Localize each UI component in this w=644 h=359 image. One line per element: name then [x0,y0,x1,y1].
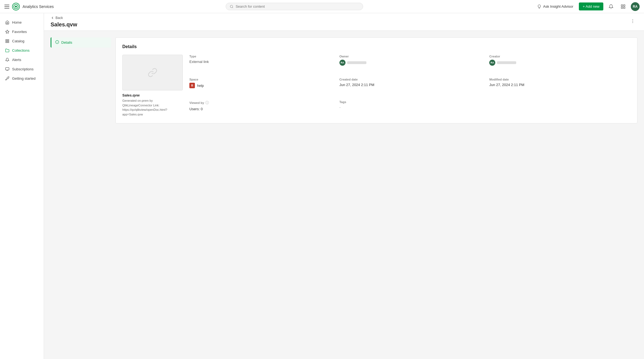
tags-value: - [339,105,481,109]
sidebar-getting-started-label: Getting started [12,76,35,81]
insight-advisor-button[interactable]: Ask Insight Advisor [535,3,576,10]
creator-row: RA [489,60,631,66]
sidebar-home-label: Home [12,20,22,24]
layout: Home Favorites Catalog [0,13,644,359]
modified-label: Modified date [489,78,631,81]
created-group: Created date Jun 27, 2024 2:11 PM [339,78,481,94]
sidebar-item-catalog[interactable]: Catalog [0,36,44,46]
back-label: Back [56,16,63,20]
svg-rect-12 [5,67,9,70]
owner-avatar: RA [339,60,346,66]
owner-group: Owner RA [339,55,481,71]
space-label: Space [189,78,331,81]
page-title: Sales.qvw [51,21,77,28]
svg-rect-6 [624,7,625,8]
user-avatar[interactable]: RA [631,2,640,11]
add-new-label: + Add new [583,4,599,9]
sidebar-item-home[interactable]: Home [0,18,44,27]
tab-details-label: Details [61,40,72,45]
notifications-icon[interactable] [607,2,615,11]
svg-marker-7 [5,30,9,33]
space-value: help [197,84,204,88]
catalog-icon [5,39,9,43]
type-value: External link [189,60,331,64]
main-content: Back Sales.qvw [44,13,644,359]
preview-card: Sales.qvw Generated on-prem by QlikLinea… [122,55,183,117]
topbar-right: Ask Insight Advisor + Add new RA [535,2,640,11]
back-arrow-icon [51,16,54,20]
owner-row: RA [339,60,481,66]
alerts-icon [5,57,9,62]
tab-details[interactable]: Details [51,37,111,48]
svg-rect-3 [621,5,623,6]
viewed-by-label: Viewed by [189,101,204,104]
subscriptions-icon [5,67,9,71]
created-value: Jun 27, 2024 2:11 PM [339,83,481,87]
svg-point-2 [230,5,233,7]
collections-icon [5,48,9,53]
svg-rect-4 [624,5,625,6]
details-content: Sales.qvw Generated on-prem by QlikLinea… [122,55,631,117]
tags-group: Tags - [339,100,481,117]
app-title: Analytics Services [23,4,54,9]
type-group: Type External link [189,55,331,71]
add-new-button[interactable]: + Add new [579,2,603,10]
content-area: Details Details Sales.qvw [44,31,644,130]
space-badge: R [189,83,195,88]
qlik-logo[interactable] [12,3,20,10]
svg-point-1 [15,5,17,7]
space-row: R help [189,83,331,88]
sidebar-alerts-label: Alerts [12,58,21,62]
type-label: Type [189,55,331,58]
home-icon [5,20,9,24]
sidebar-catalog-label: Catalog [12,39,24,43]
creator-name-placeholder [497,61,516,64]
owner-label: Owner [339,55,481,58]
svg-point-14 [632,21,633,21]
modified-group: Modified date Jun 27, 2024 2:11 PM [489,78,631,94]
more-options-button[interactable] [628,18,637,26]
page-header-row: Back Sales.qvw [51,16,637,28]
viewed-by-label-row: Viewed by ⓘ [189,100,331,105]
search-input[interactable] [236,4,359,9]
svg-point-13 [632,20,633,20]
sidebar-item-collections[interactable]: Collections [0,46,44,55]
search-bar[interactable] [226,3,363,10]
sidebar: Home Favorites Catalog [0,13,44,359]
qlik-q-icon [13,4,19,9]
sidebar-item-getting-started[interactable]: Getting started [0,74,44,83]
svg-point-15 [632,22,633,23]
back-link[interactable]: Back [51,16,77,20]
viewed-by-value: Users: 0 [189,107,331,111]
qlik-logo-mark [12,3,20,10]
preview-desc: Generated on-prem by QlikLineageConnecto… [122,98,183,117]
svg-rect-10 [5,41,7,42]
more-icon [630,19,635,24]
sidebar-item-favorites[interactable]: Favorites [0,27,44,36]
topbar: Analytics Services Ask Insight Advisor +… [0,0,644,13]
grid-icon [621,4,626,9]
apps-grid-icon[interactable] [619,2,628,11]
svg-rect-8 [5,39,7,40]
space-group: Space R help [189,78,331,94]
star-icon [5,29,9,34]
sidebar-collections-label: Collections [12,48,30,53]
preview-thumbnail [122,55,183,90]
topbar-left: Analytics Services [4,3,54,10]
preview-name: Sales.qvw [122,93,183,97]
creator-avatar: RA [489,60,495,66]
search-icon [230,5,233,9]
menu-icon[interactable] [4,4,9,9]
modified-value: Jun 27, 2024 2:11 PM [489,83,631,87]
insight-label: Ask Insight Advisor [543,4,573,9]
sidebar-item-alerts[interactable]: Alerts [0,55,44,64]
topbar-center [57,3,532,10]
sidebar-item-subscriptions[interactable]: Subscriptions [0,64,44,74]
viewed-by-group: Viewed by ⓘ Users: 0 [189,100,331,117]
info-circle-icon [55,40,59,44]
header-left: Back Sales.qvw [51,16,77,28]
rocket-icon [5,76,9,81]
page-header: Back Sales.qvw [44,13,644,31]
viewed-info-icon[interactable]: ⓘ [205,100,209,105]
bell-icon [609,4,613,9]
